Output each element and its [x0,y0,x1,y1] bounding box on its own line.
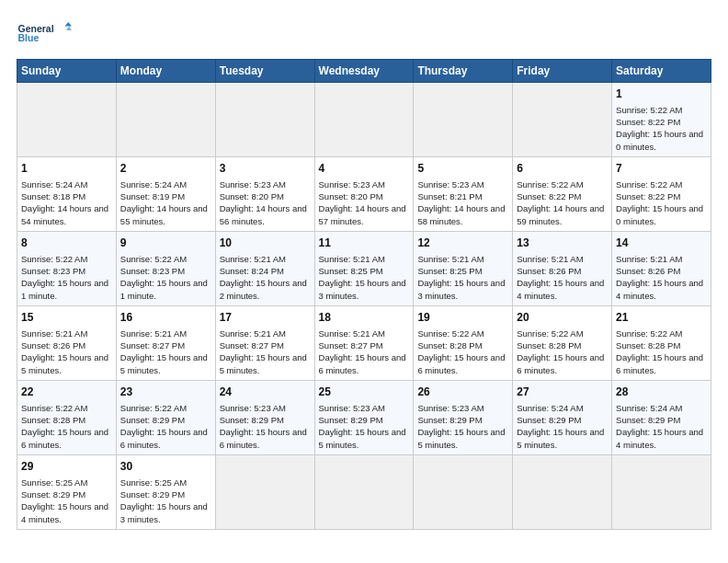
svg-text:Blue: Blue [18,32,40,43]
calendar-cell-w5d0: 29Sunrise: 5:25 AMSunset: 8:29 PMDayligh… [17,454,117,529]
daylight-text: Daylight: 15 hours and 1 minute. [120,278,208,300]
header-row: SundayMondayTuesdayWednesdayThursdayFrid… [17,60,711,83]
daylight-text: Daylight: 15 hours and 6 minutes. [319,352,406,374]
daylight-text: Daylight: 15 hours and 3 minutes. [120,501,208,523]
calendar-week-1: 1Sunrise: 5:24 AMSunset: 8:18 PMDaylight… [17,156,711,231]
day-number: 21 [616,310,707,326]
day-number: 25 [319,385,410,400]
sunrise-text: Sunrise: 5:25 AM [120,477,187,488]
sunrise-text: Sunrise: 5:25 AM [21,477,87,488]
calendar-cell-w4d2: 24Sunrise: 5:23 AMSunset: 8:29 PMDayligh… [215,380,314,454]
daylight-text: Daylight: 15 hours and 3 minutes. [319,278,406,300]
day-number: 7 [616,161,707,177]
sunrise-text: Sunrise: 5:23 AM [417,179,483,190]
sunset-text: Sunset: 8:26 PM [616,266,680,276]
calendar-cell-w2d0: 8Sunrise: 5:22 AMSunset: 8:23 PMDaylight… [17,231,117,305]
day-number: 20 [517,310,608,326]
day-number: 30 [120,459,211,475]
daylight-text: Daylight: 15 hours and 5 minutes. [517,427,604,449]
sunset-text: Sunset: 8:29 PM [417,415,482,425]
daylight-text: Daylight: 14 hours and 59 minutes. [517,203,604,225]
sunrise-text: Sunrise: 5:22 AM [616,179,682,190]
daylight-text: Daylight: 15 hours and 6 minutes. [21,427,108,449]
day-number: 14 [616,236,707,251]
calendar-cell-w3d4: 19Sunrise: 5:22 AMSunset: 8:28 PMDayligh… [414,305,513,380]
calendar-cell-w2d2: 10Sunrise: 5:21 AMSunset: 8:24 PMDayligh… [215,231,314,305]
calendar-cell-w0d1 [116,83,215,157]
day-number: 6 [517,161,608,177]
day-number: 8 [21,236,112,251]
day-number: 10 [220,236,311,251]
sunset-text: Sunset: 8:29 PM [120,489,185,500]
day-number: 28 [616,385,707,400]
daylight-text: Daylight: 15 hours and 2 minutes. [220,278,307,300]
sunset-text: Sunset: 8:23 PM [120,266,185,276]
day-number: 29 [21,459,112,475]
day-number: 17 [220,310,311,326]
daylight-text: Daylight: 14 hours and 58 minutes. [417,203,505,225]
svg-marker-2 [65,22,73,27]
calendar-cell-w5d1: 30Sunrise: 5:25 AMSunset: 8:29 PMDayligh… [116,454,215,529]
sunrise-text: Sunrise: 5:21 AM [120,328,187,339]
calendar-cell-w3d1: 16Sunrise: 5:21 AMSunset: 8:27 PMDayligh… [116,305,215,380]
calendar-cell-w3d0: 15Sunrise: 5:21 AMSunset: 8:26 PMDayligh… [17,305,117,380]
col-header-sunday: Sunday [17,60,117,83]
sunrise-text: Sunrise: 5:22 AM [517,328,583,339]
day-number: 11 [319,236,410,251]
day-number: 26 [417,385,508,400]
sunrise-text: Sunrise: 5:21 AM [319,328,385,339]
sunset-text: Sunset: 8:22 PM [517,191,581,201]
sunrise-text: Sunrise: 5:21 AM [517,254,583,264]
sunset-text: Sunset: 8:28 PM [21,415,85,425]
sunrise-text: Sunrise: 5:22 AM [21,403,87,413]
day-number: 13 [517,236,608,251]
logo: General Blue [17,17,72,50]
daylight-text: Daylight: 14 hours and 55 minutes. [120,203,208,225]
daylight-text: Daylight: 15 hours and 6 minutes. [517,352,604,374]
sunset-text: Sunset: 8:29 PM [616,415,680,425]
sunrise-text: Sunrise: 5:22 AM [120,403,187,413]
calendar-cell-w0d3 [314,83,414,157]
day-number: 9 [120,236,211,251]
calendar-cell-w4d4: 26Sunrise: 5:23 AMSunset: 8:29 PMDayligh… [414,380,513,454]
day-number: 4 [319,161,410,177]
col-header-friday: Friday [513,60,612,83]
calendar-cell-w4d3: 25Sunrise: 5:23 AMSunset: 8:29 PMDayligh… [314,380,414,454]
calendar-cell-w3d6: 21Sunrise: 5:22 AMSunset: 8:28 PMDayligh… [612,305,711,380]
calendar-cell-w0d5 [513,83,612,157]
sunrise-text: Sunrise: 5:21 AM [220,328,286,339]
day-number: 22 [21,385,112,400]
calendar-cell-w2d6: 14Sunrise: 5:21 AMSunset: 8:26 PMDayligh… [612,231,711,305]
daylight-text: Daylight: 15 hours and 4 minutes. [517,278,604,300]
calendar-cell-w5d3 [314,454,414,529]
sunrise-text: Sunrise: 5:23 AM [220,179,286,190]
calendar-table: SundayMondayTuesdayWednesdayThursdayFrid… [17,59,711,530]
sunset-text: Sunset: 8:28 PM [417,340,482,350]
day-number: 19 [417,310,508,326]
day-number: 5 [417,161,508,177]
daylight-text: Daylight: 15 hours and 3 minutes. [417,278,505,300]
calendar-cell-w5d5 [513,454,612,529]
sunrise-text: Sunrise: 5:21 AM [616,254,682,264]
daylight-text: Daylight: 14 hours and 57 minutes. [319,203,406,225]
calendar-week-0: 1Sunrise: 5:22 AMSunset: 8:22 PMDaylight… [17,83,711,157]
calendar-cell-w2d4: 12Sunrise: 5:21 AMSunset: 8:25 PMDayligh… [414,231,513,305]
calendar-cell-w2d1: 9Sunrise: 5:22 AMSunset: 8:23 PMDaylight… [116,231,215,305]
calendar-cell-w1d4: 5Sunrise: 5:23 AMSunset: 8:21 PMDaylight… [414,156,513,231]
daylight-text: Daylight: 15 hours and 5 minutes. [319,427,406,449]
calendar-cell-w1d6: 7Sunrise: 5:22 AMSunset: 8:22 PMDaylight… [612,156,711,231]
day-number: 18 [319,310,410,326]
sunrise-text: Sunrise: 5:22 AM [616,105,682,115]
calendar-cell-w4d0: 22Sunrise: 5:22 AMSunset: 8:28 PMDayligh… [17,380,117,454]
sunrise-text: Sunrise: 5:21 AM [417,254,483,264]
daylight-text: Daylight: 15 hours and 1 minute. [21,278,108,300]
daylight-text: Daylight: 15 hours and 6 minutes. [616,352,703,374]
col-header-thursday: Thursday [414,60,513,83]
sunset-text: Sunset: 8:27 PM [319,340,383,350]
sunrise-text: Sunrise: 5:24 AM [616,403,682,413]
sunset-text: Sunset: 8:24 PM [220,266,284,276]
sunset-text: Sunset: 8:29 PM [21,489,85,500]
calendar-cell-w5d6 [612,454,711,529]
daylight-text: Daylight: 15 hours and 5 minutes. [120,352,208,374]
sunset-text: Sunset: 8:27 PM [120,340,185,350]
